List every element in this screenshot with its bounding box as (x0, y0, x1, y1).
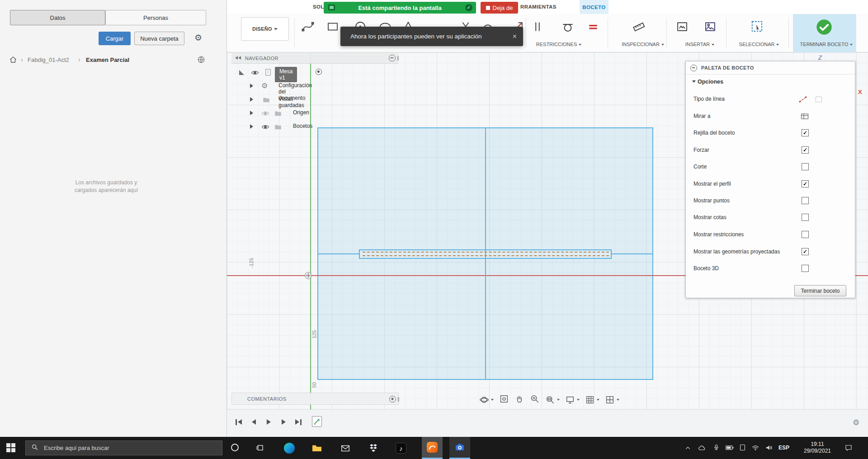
orbit-tool-icon[interactable] (479, 395, 494, 405)
palette-section-opciones[interactable]: Opciones (686, 75, 855, 88)
panel-handle-icon[interactable]: || (397, 396, 399, 402)
toast-close-icon[interactable]: × (513, 33, 517, 41)
new-folder-button[interactable]: Nueva carpeta (134, 32, 184, 45)
measure-tool-icon[interactable] (632, 20, 646, 34)
start-button[interactable] (6, 443, 15, 452)
fusion360-taskbar-button[interactable] (422, 437, 443, 459)
checkbox-sketch-grid[interactable]: ✓ (802, 129, 809, 136)
group-restricciones[interactable]: RESTRICCIONES (516, 42, 602, 47)
go-to-end-button[interactable] (292, 417, 304, 427)
activate-target-icon[interactable] (316, 69, 322, 75)
checkbox-show-dimensions[interactable] (802, 214, 809, 221)
equal-constraint-icon[interactable] (586, 20, 601, 34)
visibility-eye-off-icon[interactable] (261, 109, 269, 119)
group-terminar-boceto[interactable]: TERMINAR BOCETO (783, 42, 868, 47)
look-at-tool-icon[interactable] (499, 394, 509, 406)
vertical-constraint-icon[interactable] (531, 20, 545, 34)
tree-item-label[interactable]: Bocetos (293, 123, 312, 129)
tab-solido-fragment[interactable]: SOL (313, 4, 324, 9)
look-at-icon[interactable] (800, 112, 809, 123)
origin-point-marker[interactable] (305, 272, 312, 279)
collapse-left-icon[interactable] (235, 56, 241, 60)
hidden-icons-chevron[interactable] (684, 445, 691, 453)
mail-app-icon[interactable] (340, 443, 350, 455)
construction-line-icon[interactable] (798, 95, 807, 106)
a360-globe-icon[interactable] (197, 55, 206, 66)
centerline-icon[interactable] (814, 95, 823, 106)
sketch-line-segment[interactable] (317, 253, 360, 254)
step-forward-button[interactable] (278, 417, 289, 427)
file-explorer-icon[interactable] (311, 443, 322, 455)
expand-caret-icon[interactable] (250, 97, 253, 102)
checkbox-show-projected[interactable]: ✓ (802, 248, 809, 255)
play-button[interactable] (263, 417, 274, 427)
go-to-start-button[interactable] (233, 417, 245, 427)
search-input[interactable] (43, 444, 208, 452)
navigator-header[interactable]: NAVEGADOR || (231, 52, 399, 64)
pan-tool-icon[interactable] (514, 394, 524, 406)
dropbox-icon[interactable] (368, 443, 379, 455)
finish-sketch-button[interactable]: Terminar boceto (794, 285, 846, 296)
microphone-tray-icon[interactable] (712, 444, 720, 453)
projected-geometry-dashed-line[interactable] (363, 252, 609, 253)
tree-item-label[interactable]: Vistas guardadas (278, 96, 304, 108)
expand-caret-icon[interactable] (250, 111, 253, 115)
rectangle-tool-icon[interactable] (326, 20, 340, 34)
minimize-panel-icon[interactable] (690, 65, 697, 71)
tab-boceto[interactable]: BOCETO (580, 0, 609, 14)
cortana-icon[interactable] (231, 444, 239, 451)
checkbox-slice[interactable] (802, 163, 809, 170)
tab-datos[interactable]: Datos (10, 10, 105, 25)
palette-header[interactable]: PALETA DE BOCETO (686, 61, 855, 75)
root-node-label[interactable]: Mesa v1 (275, 67, 297, 82)
panel-settings-gear-icon[interactable]: ⚙ (194, 33, 202, 43)
tab-herramientas-fragment[interactable]: RRAMIENTAS (520, 4, 557, 9)
action-center-icon[interactable] (844, 444, 853, 454)
projected-geometry-dashed-line[interactable] (363, 255, 609, 256)
panel-handle-icon[interactable]: || (397, 55, 399, 61)
display-settings-icon[interactable] (565, 395, 580, 405)
checkbox-snap[interactable]: ✓ (802, 146, 809, 154)
minimize-panel-icon[interactable] (389, 55, 396, 61)
home-icon[interactable] (9, 56, 17, 66)
insert-canvas-icon[interactable] (675, 20, 690, 34)
tree-item-label[interactable]: Origen (293, 109, 309, 116)
edge-browser-icon[interactable] (284, 443, 295, 454)
zoom-tool-icon[interactable] (530, 394, 540, 406)
breadcrumb-project[interactable]: Fabdig_01-Act2 (28, 56, 69, 63)
clock[interactable]: 19:11 29/09/2021 (796, 441, 839, 454)
wifi-icon[interactable] (751, 444, 760, 454)
taskbar-search[interactable] (25, 440, 222, 455)
stop-sharing-button[interactable]: Deja de (481, 2, 518, 14)
step-back-button[interactable] (248, 417, 259, 427)
onedrive-cloud-icon[interactable] (698, 444, 706, 454)
zoom-window-tool-icon[interactable] (545, 395, 560, 405)
visibility-eye-icon[interactable] (251, 69, 259, 78)
spline-tool-icon[interactable] (301, 20, 316, 34)
language-indicator[interactable]: ESP (778, 445, 789, 451)
camera-app-taskbar-button[interactable] (449, 437, 470, 459)
checkbox-show-constraints[interactable] (802, 231, 809, 238)
insert-image-icon[interactable] (703, 20, 718, 34)
battery-icon[interactable] (725, 445, 734, 453)
tab-personas[interactable]: Personas (105, 10, 206, 25)
comments-bar[interactable]: COMENTARIOS || (231, 393, 399, 405)
checkbox-3d-sketch[interactable] (802, 265, 809, 272)
tangent-constraint-icon[interactable] (561, 20, 576, 34)
viewports-icon[interactable] (605, 395, 619, 405)
visibility-eye-icon[interactable] (261, 123, 269, 132)
tiktok-icon[interactable]: ♪ (396, 443, 406, 454)
add-comment-icon[interactable] (389, 396, 396, 403)
upload-button[interactable]: Cargar (99, 32, 131, 45)
checkbox-show-profile[interactable]: ✓ (802, 180, 809, 187)
workspace-selector[interactable]: DISEÑO (241, 17, 289, 41)
shield-check-icon[interactable]: ✓ (465, 4, 472, 11)
sketch-line-segment[interactable] (611, 253, 653, 254)
viewcube-z-label[interactable]: Z (818, 54, 822, 61)
volume-icon[interactable] (765, 444, 773, 454)
sketch-slot[interactable] (359, 249, 612, 259)
display-tray-icon[interactable] (739, 444, 746, 453)
checkbox-show-points[interactable] (802, 197, 809, 204)
task-view-icon[interactable] (256, 444, 264, 454)
expand-caret-icon[interactable] (250, 124, 253, 129)
